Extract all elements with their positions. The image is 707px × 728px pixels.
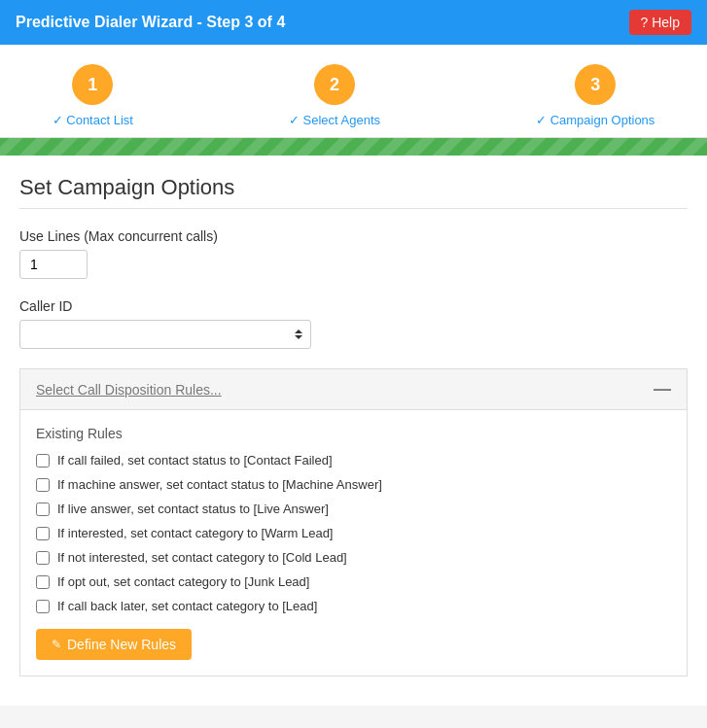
- caller-id-select[interactable]: [19, 320, 311, 349]
- steps-container: 1 Contact List 2 Select Agents 3 Campaig…: [0, 45, 707, 138]
- disposition-header-link: Select Call Disposition Rules...: [36, 382, 222, 398]
- list-item: If interested, set contact category to […: [36, 526, 671, 540]
- page-header: Predictive Dialer Wizard - Step 3 of 4 ?…: [0, 0, 707, 45]
- use-lines-label: Use Lines (Max concurrent calls): [19, 228, 688, 244]
- help-button[interactable]: ? Help: [629, 10, 691, 35]
- disposition-header[interactable]: Select Call Disposition Rules... —: [19, 368, 688, 410]
- use-lines-input[interactable]: [19, 250, 88, 279]
- list-item: If opt out, set contact category to [Jun…: [36, 574, 671, 589]
- disposition-section: Select Call Disposition Rules... — Exist…: [19, 368, 688, 676]
- rule-checkbox-3[interactable]: [36, 527, 50, 540]
- section-title: Set Campaign Options: [19, 175, 688, 209]
- rule-label-6: If call back later, set contact category…: [57, 599, 317, 613]
- progress-bar: [0, 138, 707, 156]
- disposition-toggle: —: [654, 379, 671, 399]
- rule-label-2: If live answer, set contact status to [L…: [57, 502, 329, 516]
- list-item: If call back later, set contact category…: [36, 599, 671, 613]
- rule-checkbox-1[interactable]: [36, 478, 50, 492]
- list-item: If not interested, set contact category …: [36, 550, 671, 565]
- define-rules-label: Define New Rules: [67, 637, 176, 652]
- rule-label-4: If not interested, set contact category …: [57, 550, 347, 565]
- rule-label-5: If opt out, set contact category to [Jun…: [57, 574, 309, 589]
- rule-label-1: If machine answer, set contact status to…: [57, 477, 382, 492]
- use-lines-group: Use Lines (Max concurrent calls): [19, 228, 688, 279]
- rule-checkbox-2[interactable]: [36, 503, 50, 516]
- step-1-circle: 1: [72, 64, 113, 105]
- caller-id-group: Caller ID: [19, 298, 688, 349]
- rule-label-0: If call failed, set contact status to [C…: [57, 453, 333, 468]
- page-title: Predictive Dialer Wizard - Step 3 of 4: [16, 14, 285, 31]
- rule-checkbox-4[interactable]: [36, 551, 50, 565]
- list-item: If machine answer, set contact status to…: [36, 477, 671, 492]
- step-3[interactable]: 3 Campaign Options: [536, 64, 654, 127]
- step-1[interactable]: 1 Contact List: [53, 64, 133, 127]
- define-rules-button[interactable]: ✎ Define New Rules: [36, 629, 192, 660]
- rule-checkbox-0[interactable]: [36, 454, 50, 468]
- step-3-circle: 3: [575, 64, 616, 105]
- rule-checkbox-6[interactable]: [36, 600, 50, 613]
- list-item: If live answer, set contact status to [L…: [36, 502, 671, 516]
- rule-label-3: If interested, set contact category to […: [57, 526, 334, 540]
- existing-rules-title: Existing Rules: [36, 426, 671, 441]
- edit-icon: ✎: [52, 638, 61, 651]
- caller-id-label: Caller ID: [19, 298, 688, 314]
- step-2-label: Select Agents: [289, 113, 380, 127]
- step-3-label: Campaign Options: [536, 113, 654, 127]
- step-2[interactable]: 2 Select Agents: [289, 64, 380, 127]
- rule-checkbox-5[interactable]: [36, 575, 50, 589]
- list-item: If call failed, set contact status to [C…: [36, 453, 671, 468]
- main-content: Set Campaign Options Use Lines (Max conc…: [0, 156, 707, 706]
- disposition-body: Existing Rules If call failed, set conta…: [19, 410, 688, 676]
- step-1-label: Contact List: [53, 113, 133, 127]
- step-2-circle: 2: [314, 64, 355, 105]
